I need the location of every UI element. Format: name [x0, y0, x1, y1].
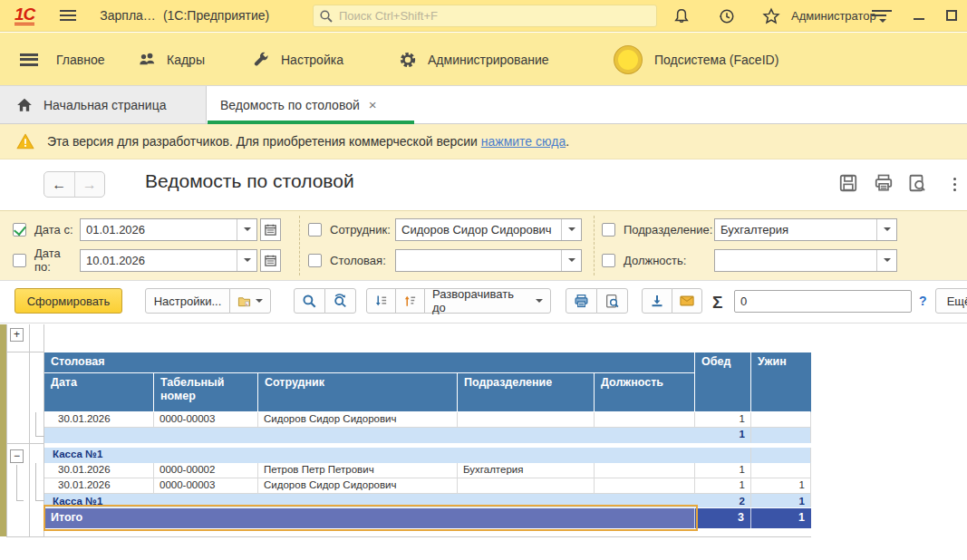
people-icon — [138, 51, 156, 69]
canteen-field — [395, 249, 582, 272]
date-from-calendar-icon[interactable] — [260, 218, 281, 241]
section-glavnoe[interactable]: Главное — [56, 33, 105, 86]
position-checkbox[interactable] — [602, 254, 615, 267]
sections-menu-icon[interactable] — [20, 33, 38, 86]
save-result-icon[interactable] — [642, 288, 672, 314]
date-to-dropdown-icon[interactable] — [237, 250, 256, 271]
print-preview-icon[interactable] — [596, 288, 628, 314]
expand-to-button[interactable]: Разворачивать до — [424, 288, 551, 314]
table-row-group-total[interactable]: Касса №1 2 1 — [44, 494, 811, 507]
position-input[interactable] — [715, 250, 876, 271]
sections-panel: Главное Кадры Настройка Администрировани… — [0, 33, 967, 86]
section-administrirovanie[interactable]: Администрирование — [399, 33, 549, 86]
date-to-checkbox[interactable] — [13, 254, 26, 267]
position-dropdown-icon[interactable] — [876, 250, 896, 271]
app-title-suffix: (1С:Предприятие) — [163, 8, 269, 23]
header-group-stolovaya[interactable]: Столовая — [44, 352, 695, 373]
header-podrazdelenie[interactable]: Подразделение — [458, 373, 595, 412]
tab-close-icon[interactable]: × — [369, 97, 377, 112]
title-bar: 1С Зарпла… (1С:Предприятие) Администрато… — [0, 0, 967, 32]
search-icon — [319, 9, 334, 24]
tab-home[interactable]: Начальная страница — [0, 86, 207, 123]
main-menu-icon[interactable] — [60, 10, 76, 21]
employee-dropdown-icon[interactable] — [561, 219, 581, 240]
dev-version-warning: Эта версия для разработчиков. Для приобр… — [0, 124, 967, 159]
department-dropdown-icon[interactable] — [876, 219, 896, 240]
help-button[interactable]: ? — [919, 294, 927, 308]
date-from-input[interactable] — [81, 219, 237, 240]
window-minimize-button[interactable] — [914, 18, 924, 20]
expand-all-toggle[interactable]: + — [10, 328, 24, 342]
header-obed[interactable]: Обед — [695, 352, 751, 412]
section-kadry[interactable]: Кадры — [138, 33, 205, 86]
collapse-groups-icon[interactable] — [366, 288, 396, 314]
table-row[interactable]: 30.01.2026 0000-00003 Сидоров Сидор Сидо… — [44, 412, 811, 428]
header-sotrudnik[interactable]: Сотрудник — [258, 373, 458, 412]
canteen-checkbox[interactable] — [308, 254, 322, 267]
report-variants-button[interactable] — [229, 288, 271, 314]
filter-panel: Дата с: Дата по: Сотрудник: — [0, 210, 967, 281]
find-icon[interactable] — [294, 288, 325, 314]
header-uzhin[interactable]: Ужин — [751, 352, 811, 412]
employee-input[interactable] — [396, 219, 561, 240]
more-actions-icon[interactable] — [943, 173, 965, 195]
table-row-subtotal[interactable]: 1 — [44, 428, 811, 443]
preview-icon[interactable] — [907, 173, 929, 195]
employee-checkbox[interactable] — [308, 223, 322, 237]
back-button[interactable]: ← — [44, 172, 75, 197]
date-from-dropdown-icon[interactable] — [237, 219, 256, 240]
table-row-grand-total[interactable]: Итого 3 1 — [44, 508, 811, 528]
header-tab-nomer[interactable]: Табельный номер — [154, 373, 258, 412]
buy-link[interactable]: нажмите сюда — [481, 134, 566, 149]
forward-button[interactable]: → — [75, 172, 105, 197]
date-to-label: Дата по: — [34, 246, 80, 274]
favorites-star-icon[interactable] — [762, 7, 780, 25]
date-to-calendar-icon[interactable] — [260, 249, 281, 272]
save-icon[interactable] — [838, 173, 860, 195]
find-next-icon[interactable] — [324, 288, 356, 314]
app-window: 1С Зарпла… (1С:Предприятие) Администрато… — [0, 0, 967, 560]
global-search[interactable] — [313, 5, 657, 27]
home-icon — [16, 97, 33, 113]
send-mail-icon[interactable] — [672, 288, 702, 314]
department-label: Подразделение: — [624, 223, 714, 237]
generate-button[interactable]: Сформировать — [15, 288, 122, 314]
window-maximize-button[interactable] — [946, 10, 957, 21]
search-input[interactable] — [339, 9, 651, 23]
header-dolzhnost[interactable]: Должность — [595, 373, 695, 412]
print-blue-icon[interactable] — [566, 288, 597, 314]
expand-groups-icon[interactable] — [395, 288, 425, 314]
department-checkbox[interactable] — [602, 223, 615, 237]
1c-logo-icon: 1С — [15, 6, 34, 25]
app-title: Зарпла… — [100, 8, 156, 23]
grid-left-strip — [0, 324, 6, 536]
print-icon[interactable] — [874, 173, 895, 195]
table-row[interactable]: 30.01.2026 0000-00003 Сидоров Сидор Сидо… — [44, 478, 811, 494]
date-from-checkbox[interactable] — [13, 223, 26, 237]
section-nastroyka[interactable]: Настройка — [252, 33, 343, 86]
department-input[interactable] — [715, 219, 876, 240]
canteen-dropdown-icon[interactable] — [561, 250, 581, 271]
current-user[interactable]: Администратор — [791, 9, 876, 23]
page-title: Ведомость по столовой — [145, 170, 354, 192]
table-row-group[interactable]: Касса №1 — [44, 448, 811, 463]
position-label: Должность: — [624, 254, 714, 267]
service-menu-icon[interactable] — [872, 10, 892, 23]
notifications-bell-icon[interactable] — [672, 7, 691, 25]
autosum-input[interactable] — [734, 290, 912, 313]
filter-separator — [594, 216, 595, 275]
header-data[interactable]: Дата — [44, 373, 154, 412]
report-spreadsheet: + − Столовая Обед Ужин Дата Табельный но… — [0, 323, 967, 560]
settings-button[interactable]: Настройки... — [145, 288, 230, 314]
date-to-input[interactable] — [81, 250, 237, 271]
history-icon[interactable] — [718, 7, 736, 25]
section-faceid[interactable]: Подсистема (FaceID) — [614, 33, 778, 86]
more-button[interactable]: Ещё — [935, 288, 967, 314]
canteen-input[interactable] — [396, 250, 561, 271]
group-kassa1-toggle[interactable]: − — [10, 449, 24, 463]
table-row[interactable]: 30.01.2026 0000-00002 Петров Петр Петров… — [44, 463, 811, 478]
employee-label: Сотрудник: — [330, 223, 395, 237]
employee-field — [395, 218, 582, 241]
nav-buttons: ← → — [44, 171, 105, 198]
tab-vedomost[interactable]: Ведомость по столовой × — [208, 86, 414, 123]
